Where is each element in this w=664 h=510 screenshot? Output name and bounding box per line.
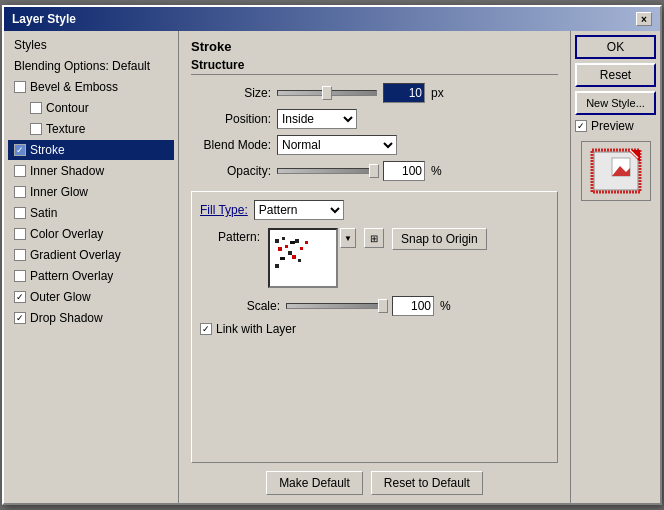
texture-label: Texture bbox=[46, 122, 85, 136]
gradient-overlay-checkbox[interactable] bbox=[14, 249, 26, 261]
svg-rect-3 bbox=[290, 241, 295, 244]
reset-button[interactable]: Reset bbox=[575, 63, 656, 87]
link-layer-checkbox[interactable]: ✓ bbox=[200, 323, 212, 335]
opacity-input[interactable] bbox=[383, 161, 425, 181]
preview-label: Preview bbox=[591, 119, 634, 133]
sidebar-item-inner-glow[interactable]: Inner Glow bbox=[8, 182, 174, 202]
scale-row: Scale: % bbox=[200, 296, 549, 316]
size-label: Size: bbox=[191, 86, 271, 100]
title-bar: Layer Style × bbox=[4, 7, 660, 31]
svg-rect-13 bbox=[298, 259, 301, 262]
size-unit: px bbox=[431, 86, 444, 100]
color-overlay-label: Color Overlay bbox=[30, 227, 103, 241]
pattern-overlay-checkbox[interactable] bbox=[14, 270, 26, 282]
main-content: Stroke Structure Size: px Position: Insi… bbox=[179, 31, 570, 503]
sidebar-item-gradient-overlay[interactable]: Gradient Overlay bbox=[8, 245, 174, 265]
fill-type-label: Fill Type: bbox=[200, 203, 248, 217]
fill-type-row: Fill Type: Color Gradient Pattern bbox=[200, 200, 549, 220]
svg-rect-12 bbox=[275, 264, 279, 268]
texture-checkbox[interactable] bbox=[30, 123, 42, 135]
position-label: Position: bbox=[191, 112, 271, 126]
inner-shadow-label: Inner Shadow bbox=[30, 164, 104, 178]
preview-svg bbox=[584, 144, 648, 198]
stroke-label: Stroke bbox=[30, 143, 65, 157]
color-overlay-checkbox[interactable] bbox=[14, 228, 26, 240]
dialog-body: Styles Blending Options: Default Bevel &… bbox=[4, 31, 660, 503]
left-panel: Styles Blending Options: Default Bevel &… bbox=[4, 31, 179, 503]
sidebar-item-blending-options[interactable]: Blending Options: Default bbox=[8, 56, 174, 76]
svg-rect-0 bbox=[270, 229, 336, 287]
size-slider-thumb[interactable] bbox=[322, 86, 332, 100]
sidebar-item-texture[interactable]: Texture bbox=[24, 119, 174, 139]
opacity-slider[interactable] bbox=[277, 168, 377, 174]
bevel-emboss-checkbox[interactable] bbox=[14, 81, 26, 93]
pattern-svg bbox=[270, 229, 336, 287]
sidebar-item-pattern-overlay[interactable]: Pattern Overlay bbox=[8, 266, 174, 286]
svg-rect-1 bbox=[275, 239, 279, 243]
link-layer-row: ✓ Link with Layer bbox=[200, 322, 549, 336]
bottom-buttons: Make Default Reset to Default bbox=[191, 471, 558, 495]
svg-rect-10 bbox=[292, 255, 296, 259]
sidebar-item-drop-shadow[interactable]: Drop Shadow bbox=[8, 308, 174, 328]
blend-mode-dropdown[interactable]: Normal Dissolve Multiply Screen Overlay bbox=[277, 135, 397, 155]
opacity-slider-thumb[interactable] bbox=[369, 164, 379, 178]
sidebar-item-bevel-emboss[interactable]: Bevel & Emboss bbox=[8, 77, 174, 97]
scale-slider-thumb[interactable] bbox=[378, 299, 388, 313]
sidebar-item-inner-shadow[interactable]: Inner Shadow bbox=[8, 161, 174, 181]
close-button[interactable]: × bbox=[636, 12, 652, 26]
contour-checkbox[interactable] bbox=[30, 102, 42, 114]
sidebar-item-satin[interactable]: Satin bbox=[8, 203, 174, 223]
opacity-unit: % bbox=[431, 164, 442, 178]
outer-glow-checkbox[interactable] bbox=[14, 291, 26, 303]
styles-label: Styles bbox=[14, 38, 47, 52]
svg-rect-9 bbox=[280, 257, 285, 260]
svg-rect-4 bbox=[278, 247, 282, 251]
pattern-section: Pattern: bbox=[200, 228, 549, 288]
sidebar-item-contour[interactable]: Contour bbox=[24, 98, 174, 118]
preview-box bbox=[581, 141, 651, 201]
satin-label: Satin bbox=[30, 206, 57, 220]
stroke-checkbox[interactable] bbox=[14, 144, 26, 156]
size-input[interactable] bbox=[383, 83, 425, 103]
inner-glow-checkbox[interactable] bbox=[14, 186, 26, 198]
snap-to-origin-button[interactable]: Snap to Origin bbox=[392, 228, 487, 250]
pattern-label: Pattern: bbox=[200, 230, 260, 244]
fill-type-dropdown[interactable]: Color Gradient Pattern bbox=[254, 200, 344, 220]
satin-checkbox[interactable] bbox=[14, 207, 26, 219]
sidebar-item-color-overlay[interactable]: Color Overlay bbox=[8, 224, 174, 244]
preview-row: ✓ Preview bbox=[575, 119, 656, 133]
pattern-dropdown-button[interactable]: ▼ bbox=[340, 228, 356, 248]
opacity-row: Opacity: % bbox=[191, 161, 558, 181]
snap-icon-button[interactable]: ⊞ bbox=[364, 228, 384, 248]
svg-rect-7 bbox=[300, 247, 303, 250]
pattern-preview bbox=[268, 228, 338, 288]
structure-subtitle: Structure bbox=[191, 58, 558, 75]
outer-glow-label: Outer Glow bbox=[30, 290, 91, 304]
opacity-label: Opacity: bbox=[191, 164, 271, 178]
scale-input[interactable] bbox=[392, 296, 434, 316]
sidebar-item-stroke[interactable]: Stroke bbox=[8, 140, 174, 160]
section-title: Stroke bbox=[191, 39, 558, 54]
inner-shadow-checkbox[interactable] bbox=[14, 165, 26, 177]
styles-header[interactable]: Styles bbox=[8, 35, 174, 55]
position-dropdown[interactable]: Inside Outside Center bbox=[277, 109, 357, 129]
size-slider[interactable] bbox=[277, 90, 377, 96]
preview-checkbox[interactable]: ✓ bbox=[575, 120, 587, 132]
scale-unit: % bbox=[440, 299, 451, 313]
pattern-overlay-label: Pattern Overlay bbox=[30, 269, 113, 283]
blend-mode-label: Blend Mode: bbox=[191, 138, 271, 152]
svg-rect-2 bbox=[282, 237, 285, 240]
drop-shadow-label: Drop Shadow bbox=[30, 311, 103, 325]
make-default-button[interactable]: Make Default bbox=[266, 471, 363, 495]
reset-to-default-button[interactable]: Reset to Default bbox=[371, 471, 483, 495]
gradient-overlay-label: Gradient Overlay bbox=[30, 248, 121, 262]
right-panel: OK Reset New Style... ✓ Preview bbox=[570, 31, 660, 503]
drop-shadow-checkbox[interactable] bbox=[14, 312, 26, 324]
new-style-button[interactable]: New Style... bbox=[575, 91, 656, 115]
sidebar-item-outer-glow[interactable]: Outer Glow bbox=[8, 287, 174, 307]
dialog-title: Layer Style bbox=[12, 12, 76, 26]
svg-rect-6 bbox=[295, 239, 299, 243]
scale-slider[interactable] bbox=[286, 303, 386, 309]
ok-button[interactable]: OK bbox=[575, 35, 656, 59]
svg-rect-8 bbox=[288, 251, 292, 255]
